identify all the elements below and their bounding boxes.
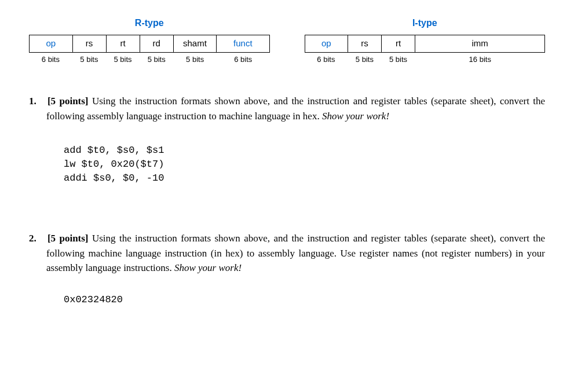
r-rd-cell: rd — [140, 35, 173, 53]
r-funct-cell: funct — [217, 35, 269, 53]
i-type-table: op rs rt imm — [305, 35, 546, 53]
i-op-bits: 6 bits — [305, 54, 348, 65]
i-rs-cell: rs — [348, 35, 382, 53]
r-type-format: R-type op rs rt rd shamt funct 6 bits 5 … — [29, 16, 270, 65]
r-type-bits: 6 bits 5 bits 5 bits 5 bits 5 bits 6 bit… — [29, 54, 270, 65]
r-shamt-cell: shamt — [173, 35, 217, 53]
i-imm-cell: imm — [415, 35, 545, 53]
q2-code-line: 0x02324820 — [64, 293, 545, 307]
q1-show-work: Show your work! — [322, 111, 389, 122]
i-type-title: I-type — [305, 16, 546, 30]
r-shamt-bits: 5 bits — [173, 54, 217, 65]
q1-code-line: addi $s0, $0, -10 — [64, 171, 545, 185]
q1-points: [5 points] — [47, 96, 89, 107]
question-2: 2. [5 points] Using the instruction form… — [29, 231, 545, 306]
r-type-table: op rs rt rd shamt funct — [29, 35, 270, 53]
q1-code: add $t0, $s0, $s1 lw $t0, 0x20($t7) addi… — [64, 144, 545, 185]
i-type-bits: 6 bits 5 bits 5 bits 16 bits — [305, 54, 546, 65]
q1-code-line: add $t0, $s0, $s1 — [64, 144, 545, 157]
i-type-format: I-type op rs rt imm 6 bits 5 bits 5 bits… — [305, 16, 546, 65]
i-rs-bits: 5 bits — [348, 54, 381, 65]
r-rd-bits: 5 bits — [140, 54, 173, 65]
q1-body: Using the instruction formats shown abov… — [46, 96, 545, 122]
r-funct-bits: 6 bits — [217, 54, 269, 65]
q2-text: 2. [5 points] Using the instruction form… — [29, 231, 545, 276]
i-imm-bits: 16 bits — [415, 54, 545, 65]
r-rt-cell: rt — [106, 35, 140, 53]
q2-code: 0x02324820 — [64, 293, 545, 307]
r-rt-bits: 5 bits — [106, 54, 140, 65]
r-op-cell: op — [30, 35, 73, 53]
instruction-formats: R-type op rs rt rd shamt funct 6 bits 5 … — [29, 16, 545, 65]
r-type-title: R-type — [29, 16, 270, 30]
i-op-cell: op — [305, 35, 348, 53]
q2-points: [5 points] — [47, 233, 89, 244]
q1-num: 1. — [29, 96, 36, 107]
q1-code-line: lw $t0, 0x20($t7) — [64, 157, 545, 171]
r-rs-bits: 5 bits — [72, 54, 106, 65]
q1-text: 1. [5 points] Using the instruction form… — [29, 94, 545, 123]
i-rt-cell: rt — [382, 35, 415, 53]
q2-num: 2. — [29, 233, 36, 244]
question-1: 1. [5 points] Using the instruction form… — [29, 94, 545, 185]
q2-body: Using the instruction formats shown abov… — [46, 233, 545, 273]
r-rs-cell: rs — [72, 35, 106, 53]
i-rt-bits: 5 bits — [381, 54, 415, 65]
r-op-bits: 6 bits — [29, 54, 72, 65]
q2-show-work: Show your work! — [174, 262, 242, 273]
